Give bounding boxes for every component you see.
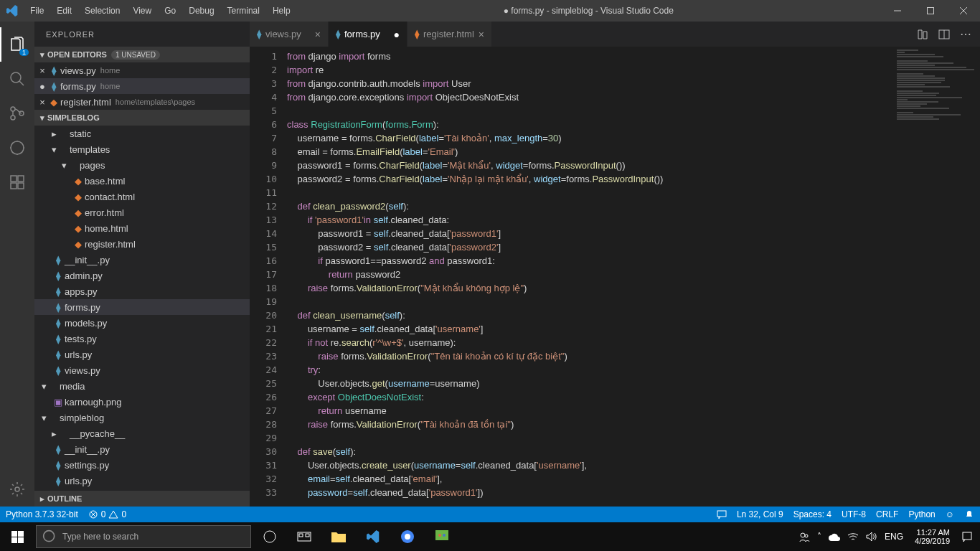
chevron-icon: ▾ [42,381,47,392]
explorer-icon[interactable]: 1 [0,27,34,62]
menu-terminal[interactable]: Terminal [222,3,265,19]
minimap[interactable] [894,47,980,507]
svg-rect-16 [11,537,17,543]
modified-dot-icon[interactable]: ● [394,29,400,40]
tree-item[interactable]: ⧫apps.py [34,283,250,299]
open-editor-item[interactable]: × ◆register.htmlhome\templates\pages [34,94,250,110]
compare-icon[interactable] [917,29,928,40]
language[interactable]: ENG [885,532,903,542]
vscode-taskbar-icon[interactable] [356,522,390,551]
project-header[interactable]: ▾SIMPLEBLOG [34,110,250,126]
tray-chevron-icon[interactable]: ˄ [817,532,821,542]
indent[interactable]: Spaces: 4 [793,509,831,519]
file-explorer-icon[interactable] [321,522,356,551]
modified-dot-icon[interactable]: ● [37,81,47,92]
encoding[interactable]: UTF-8 [842,509,866,519]
explorer-badge: 1 [19,49,29,56]
menu-go[interactable]: Go [159,3,182,19]
start-icon[interactable] [0,522,34,551]
close-button[interactable] [947,0,980,22]
bell-icon[interactable] [964,509,974,519]
debug-icon[interactable] [0,131,34,165]
tree-item[interactable]: ▾media [34,378,250,394]
tree-item[interactable]: ⧫__init__.py [34,441,250,457]
py-file-icon: ⧫ [336,29,340,39]
close-icon[interactable]: × [37,65,47,76]
tree-item[interactable]: ⧫urls.py [34,347,250,362]
taskbar-search[interactable]: Type here to search [36,525,251,548]
svg-rect-22 [306,534,309,537]
tree-item[interactable]: ◆error.html [34,204,250,220]
eol[interactable]: CRLF [876,509,898,519]
tree-item[interactable]: ⧫settings.py [34,457,250,473]
tab-views-py[interactable]: ⧫ views.py × [250,22,329,47]
status-bar: Python 3.7.3 32-bit 0 0 Ln 32, Col 9 Spa… [0,507,980,522]
task-view-icon[interactable] [287,522,321,551]
scm-icon[interactable] [0,96,34,131]
volume-icon[interactable] [866,532,877,542]
tree-item[interactable]: ◆home.html [34,220,250,236]
language-mode[interactable]: Python [908,509,935,519]
menu-file[interactable]: File [24,3,50,19]
svg-point-24 [405,534,410,540]
split-editor-icon[interactable] [938,29,950,40]
tree-item[interactable]: ⧫urls.py [34,473,250,489]
tree-item[interactable]: ▸static [34,126,250,141]
code-editor[interactable]: from django import formsimport refrom dj… [287,47,894,507]
open-editors-header[interactable]: ▾OPEN EDITORS 1 UNSAVED [34,47,250,62]
tree-item[interactable]: ◆base.html [34,173,250,189]
menu-selection[interactable]: Selection [79,3,126,19]
extensions-icon[interactable] [0,165,34,199]
tree-item[interactable]: ▣karnough.png [34,394,250,410]
menu-debug[interactable]: Debug [183,3,220,19]
svg-point-29 [805,534,808,537]
window-title: ● forms.py - simpleblog - Visual Studio … [296,6,881,16]
tree-item[interactable]: ⧫models.py [34,315,250,331]
menu-view[interactable]: View [127,3,157,19]
tree-item[interactable]: ⧫tests.py [34,331,250,347]
python-file-icon: ⧫ [52,460,65,471]
cursor-pos[interactable]: Ln 32, Col 9 [737,509,783,519]
tab-register-html[interactable]: ⧫ register.html × [407,22,492,47]
feedback-smile-icon[interactable]: ☺ [946,509,954,519]
cortana-icon[interactable] [253,522,287,551]
chrome-icon[interactable] [390,522,425,551]
people-icon[interactable] [798,531,810,542]
tree-item[interactable]: ◆contact.html [34,189,250,204]
paint-icon[interactable] [425,522,459,551]
tree-item[interactable]: ▾simpleblog [34,410,250,425]
maximize-button[interactable] [914,0,947,22]
tree-item[interactable]: ⧫admin.py [34,268,250,283]
menu-help[interactable]: Help [267,3,296,19]
svg-point-1 [11,72,21,83]
wifi-icon[interactable] [847,532,859,541]
outline-header[interactable]: ▸OUTLINE [34,491,250,507]
html-file-icon: ◆ [72,239,85,250]
problems[interactable]: 0 0 [88,509,126,519]
svg-rect-9 [18,183,24,189]
onedrive-icon[interactable] [829,533,840,541]
tree-item[interactable]: ⧫views.py [34,362,250,378]
tree-item[interactable]: ▾templates [34,141,250,157]
clock[interactable]: 11:27 AM4/29/2019 [910,528,954,545]
menu-edit[interactable]: Edit [51,3,77,19]
tab-forms-py[interactable]: ⧫ forms.py ● [329,22,407,47]
close-icon[interactable]: × [37,97,47,108]
svg-point-18 [44,531,55,542]
python-version[interactable]: Python 3.7.3 32-bit [6,509,78,519]
search-icon[interactable] [0,62,34,96]
more-icon[interactable]: ⋯ [960,27,971,41]
minimize-button[interactable] [881,0,914,22]
open-editor-item[interactable]: ● ⧫forms.pyhome [34,78,250,94]
close-icon[interactable]: × [479,29,484,40]
close-icon[interactable]: × [315,29,321,40]
open-editor-item[interactable]: × ⧫views.pyhome [34,62,250,78]
settings-gear-icon[interactable] [0,472,34,507]
tree-item[interactable]: ▾pages [34,157,250,173]
tree-item[interactable]: ◆register.html [34,236,250,252]
tree-item[interactable]: ⧫forms.py [34,299,250,315]
tree-item[interactable]: ⧫__init__.py [34,252,250,268]
feedback-icon[interactable] [717,509,727,519]
notifications-icon[interactable] [961,531,973,542]
tree-item[interactable]: ▸__pycache__ [34,425,250,441]
